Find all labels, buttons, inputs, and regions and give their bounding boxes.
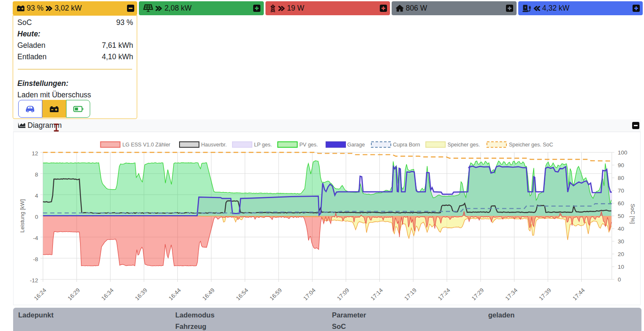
svg-text:16:29: 16:29: [66, 287, 81, 302]
svg-text:50: 50: [618, 213, 624, 219]
svg-text:Speicher ges. SoC: Speicher ges. SoC: [509, 142, 553, 148]
svg-text:Cupra Born: Cupra Born: [393, 142, 420, 148]
svg-text:16:49: 16:49: [201, 287, 216, 302]
svg-text:90: 90: [618, 162, 624, 168]
svg-text:12: 12: [32, 150, 38, 157]
svg-text:17:14: 17:14: [370, 287, 384, 302]
svg-text:17:29: 17:29: [470, 287, 485, 302]
svg-text:-4: -4: [33, 235, 38, 241]
svg-text:-12: -12: [30, 277, 38, 284]
svg-text:17:09: 17:09: [336, 287, 351, 302]
svg-text:Leistung [kW]: Leistung [kW]: [19, 199, 25, 233]
svg-text:PV ges.: PV ges.: [299, 142, 318, 148]
svg-text:LG ESS V1.0 Zähler: LG ESS V1.0 Zähler: [122, 142, 170, 148]
svg-text:80: 80: [618, 175, 624, 181]
svg-text:8: 8: [35, 171, 38, 178]
svg-text:16:24: 16:24: [33, 287, 48, 302]
svg-text:0: 0: [618, 276, 621, 283]
svg-text:17:39: 17:39: [538, 287, 553, 302]
svg-text:17:34: 17:34: [504, 287, 519, 302]
svg-text:16:34: 16:34: [100, 287, 115, 302]
svg-text:60: 60: [618, 200, 624, 207]
svg-text:16:59: 16:59: [268, 287, 283, 302]
svg-text:Garage: Garage: [347, 142, 365, 148]
svg-text:LP ges.: LP ges.: [254, 142, 272, 148]
svg-text:100: 100: [618, 149, 627, 156]
svg-text:-8: -8: [33, 256, 38, 262]
svg-text:30: 30: [618, 238, 624, 245]
svg-text:16:44: 16:44: [168, 287, 182, 302]
svg-text:20: 20: [618, 251, 624, 257]
svg-text:70: 70: [618, 188, 624, 194]
svg-text:Hausverbr.: Hausverbr.: [201, 142, 227, 148]
svg-text:40: 40: [618, 226, 624, 232]
svg-text:17:04: 17:04: [302, 287, 317, 302]
svg-text:4: 4: [35, 193, 38, 199]
svg-text:SoC [%]: SoC [%]: [630, 204, 636, 224]
svg-text:0: 0: [35, 214, 38, 220]
svg-text:10: 10: [618, 264, 624, 270]
svg-text:17:19: 17:19: [403, 287, 418, 302]
svg-text:16:54: 16:54: [235, 287, 250, 302]
svg-text:17:24: 17:24: [437, 287, 452, 302]
svg-text:Speicher ges.: Speicher ges.: [448, 142, 480, 148]
svg-text:16:39: 16:39: [134, 287, 149, 302]
svg-text:17:44: 17:44: [572, 287, 586, 302]
